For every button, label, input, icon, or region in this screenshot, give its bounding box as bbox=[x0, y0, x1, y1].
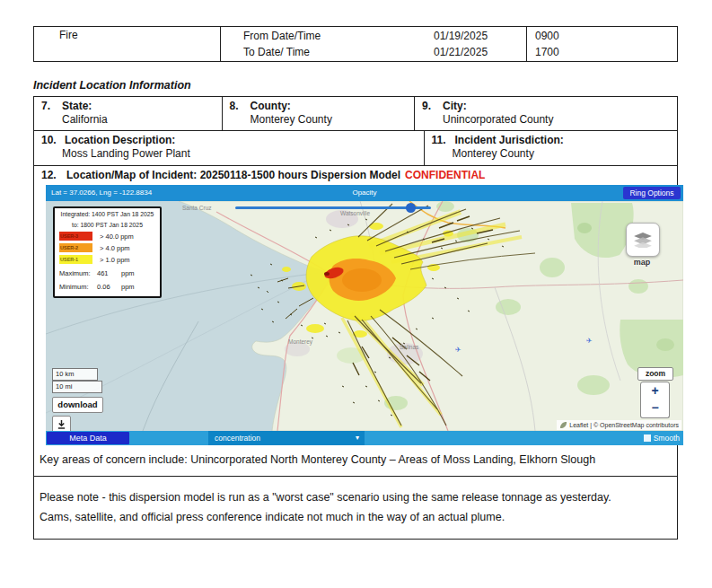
scale-bar-mi: 10 mi bbox=[52, 381, 102, 393]
dispersion-map: Lat = 37.0266, Lng = -122.8834 Opacity R… bbox=[46, 185, 683, 445]
field-incident-jurisdiction: 11.Incident Jurisdiction: Monterey Count… bbox=[425, 131, 678, 166]
attribution-text[interactable]: Leaflet | © OpenStreetMap contributors bbox=[569, 422, 679, 428]
incident-report-page: Fire From Date/Time 01/19/2025 To Date/ … bbox=[0, 0, 712, 588]
field-city-number: 9. bbox=[422, 100, 443, 112]
legend-title-line2: to: 1800 PST Jan 18 2025 bbox=[55, 222, 160, 230]
legend-swatch-user2: USER-2 bbox=[59, 243, 92, 252]
download-button[interactable]: download bbox=[52, 397, 103, 413]
leaflet-icon bbox=[559, 421, 567, 429]
to-time-value: 1700 bbox=[535, 44, 677, 60]
opacity-label: Opacity bbox=[46, 189, 683, 197]
incident-type-value: Fire bbox=[59, 29, 78, 41]
smooth-label: Smooth bbox=[654, 434, 680, 443]
incident-location-table: 7.State: California 8.County: Monterey C… bbox=[33, 96, 678, 540]
field-city: 9.City: Unincorporated County bbox=[415, 97, 677, 130]
field-incident-jurisdiction-number: 11. bbox=[432, 134, 455, 146]
zoom-out-button[interactable]: − bbox=[640, 400, 670, 418]
opacity-slider-track[interactable] bbox=[235, 206, 431, 209]
map-bottom-bar: Meta Data concentration ▾ Smooth bbox=[46, 431, 683, 445]
legend-minimum-label: Minimum: bbox=[59, 283, 97, 291]
field-city-value: Unincorporated County bbox=[415, 112, 677, 126]
meta-data-button[interactable]: Meta Data bbox=[47, 432, 129, 444]
field-state-value: California bbox=[34, 112, 222, 126]
row-state-county-city: 7.State: California 8.County: Monterey C… bbox=[34, 97, 677, 131]
row-incident-map: 12. Location/Map of Incident: 20250118-1… bbox=[34, 166, 677, 446]
legend-maximum-unit: ppm bbox=[121, 269, 135, 277]
date-label-cell: From Date/Time 01/19/2025 To Date/ Time … bbox=[221, 27, 527, 61]
opacity-slider[interactable] bbox=[235, 203, 431, 214]
from-time-value: 0900 bbox=[535, 28, 677, 44]
airport-icon: ✈ bbox=[455, 346, 461, 354]
row-key-areas: Key areas of concern include: Unincorpor… bbox=[34, 446, 677, 477]
row-disclaimer: Please note - this dispersion model is r… bbox=[34, 477, 677, 534]
label-santa-cruz: Santa Cruz bbox=[182, 205, 212, 211]
legend-minimum-unit: ppm bbox=[121, 283, 135, 291]
section-heading: Incident Location Information bbox=[33, 79, 191, 92]
download-icon bbox=[57, 419, 66, 429]
field-location-description-number: 10. bbox=[41, 134, 65, 146]
incident-type-cell: Fire bbox=[34, 27, 221, 61]
zoom-caption: zoom bbox=[637, 367, 673, 381]
ring-options-button[interactable]: Ring Options bbox=[623, 187, 681, 199]
concentration-legend: Integrated: 1400 PST Jan 18 2025 to: 180… bbox=[53, 206, 162, 298]
fire-date-table: Fire From Date/Time 01/19/2025 To Date/ … bbox=[33, 26, 678, 62]
legend-threshold-user1: > 1.0 ppm bbox=[100, 256, 130, 264]
to-date-value: 01/21/2025 bbox=[434, 44, 488, 60]
legend-maximum-label: Maximum: bbox=[59, 269, 97, 277]
map-top-bar: Lat = 37.0266, Lng = -122.8834 Opacity R… bbox=[46, 185, 683, 201]
layers-icon bbox=[633, 232, 653, 248]
layer-select[interactable]: concentration ▾ bbox=[208, 431, 365, 445]
from-date-value: 01/19/2025 bbox=[434, 28, 488, 44]
scale-bar-km: 10 km bbox=[52, 368, 98, 381]
legend-threshold-user3: > 40.0 ppm bbox=[100, 233, 134, 241]
field-location-description: 10.Location Description: Moss Landing Po… bbox=[34, 131, 425, 166]
field-city-label: City: bbox=[443, 100, 467, 112]
from-date-label: From Date/Time bbox=[243, 28, 434, 44]
legend-swatch-user1: USER-1 bbox=[59, 255, 92, 264]
field-state-label: State: bbox=[62, 100, 92, 112]
download-icon-button[interactable] bbox=[52, 416, 71, 431]
row-location-jurisdiction: 10.Location Description: Moss Landing Po… bbox=[34, 131, 677, 167]
disclaimer-text: Please note - this dispersion model is r… bbox=[34, 477, 635, 534]
field-county-label: County: bbox=[251, 100, 291, 112]
legend-threshold-user2: > 4.0 ppm bbox=[100, 244, 130, 252]
label-monterey: Monterey bbox=[288, 338, 313, 346]
legend-maximum-value: 461 bbox=[97, 269, 121, 277]
key-areas-text: Key areas of concern include: Unincorpor… bbox=[34, 446, 595, 476]
label-salinas: Salinas bbox=[400, 344, 419, 350]
map-attribution[interactable]: Leaflet | © OpenStreetMap contributors bbox=[557, 420, 681, 430]
legend-swatch-user3: USER-3 bbox=[59, 232, 92, 241]
field-state: 7.State: California bbox=[34, 97, 223, 130]
field-state-number: 7. bbox=[41, 100, 62, 112]
legend-title-line1: Integrated: 1400 PST Jan 18 2025 bbox=[55, 211, 160, 219]
field-county-number: 8. bbox=[230, 100, 251, 112]
field-incident-jurisdiction-label: Incident Jurisdiction: bbox=[455, 134, 564, 146]
opacity-slider-handle[interactable] bbox=[406, 203, 416, 213]
airport-icon: ✈ bbox=[586, 337, 593, 345]
smooth-checkbox[interactable] bbox=[644, 434, 651, 442]
field-location-description-value: Moss Landing Power Plant bbox=[34, 146, 424, 160]
to-date-label: To Date/ Time bbox=[243, 44, 434, 60]
legend-minimum-value: 0.06 bbox=[97, 283, 121, 291]
layers-button[interactable] bbox=[626, 223, 660, 257]
field-incident-jurisdiction-value: Monterey County bbox=[425, 146, 678, 160]
map-canvas[interactable]: Santa Cruz Watsonville Monterey Salinas … bbox=[46, 201, 683, 431]
field-county: 8.County: Monterey County bbox=[223, 97, 416, 130]
layers-caption: map bbox=[626, 258, 658, 267]
layer-select-value: concentration bbox=[215, 434, 260, 443]
zoom-in-button[interactable]: + bbox=[640, 382, 670, 401]
chevron-down-icon: ▾ bbox=[356, 431, 359, 445]
field-county-value: Monterey County bbox=[223, 112, 415, 126]
field-location-description-label: Location Description: bbox=[65, 134, 175, 146]
time-cell: 0900 1700 bbox=[527, 27, 677, 61]
